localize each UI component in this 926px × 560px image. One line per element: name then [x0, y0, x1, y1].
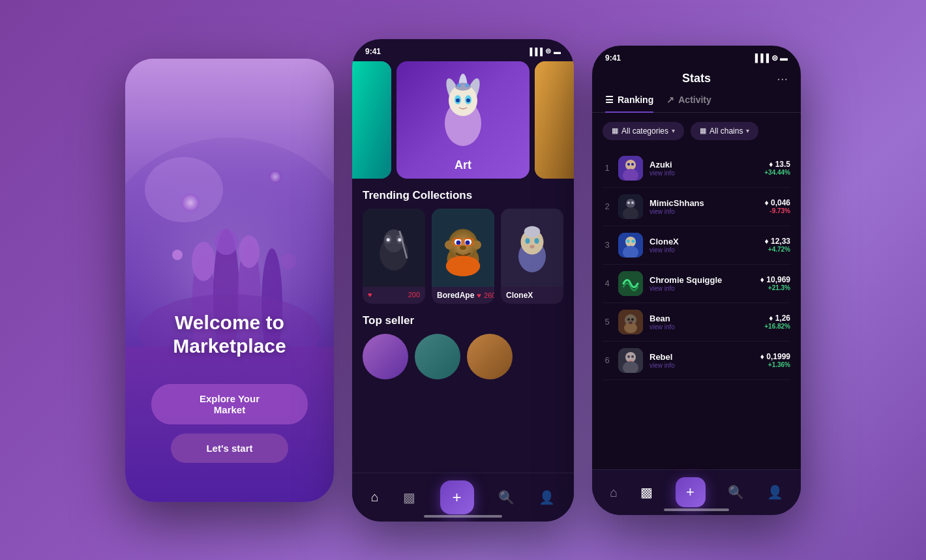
top-seller-title: Top seller [352, 304, 574, 334]
svg-rect-27 [535, 61, 574, 179]
stats-chart-icon[interactable]: ▩ [640, 484, 653, 500]
clonex-avatar [618, 233, 643, 258]
trending-label-1: ♥ 200 [363, 287, 425, 302]
add-nav-button[interactable]: + [440, 480, 474, 514]
svg-point-11 [280, 254, 296, 269]
trending-card-boredape[interactable]: BoredApe ♥ 260 [432, 209, 494, 304]
tab-activity[interactable]: ↗ Activity [666, 95, 711, 112]
svg-point-50 [526, 238, 530, 244]
stats-title: Stats [682, 72, 711, 85]
chains-grid-icon: ▦ [700, 126, 706, 135]
stats-time: 9:41 [605, 53, 621, 63]
stats-add-button[interactable]: + [676, 477, 706, 507]
svg-point-58 [631, 163, 634, 166]
more-options-button[interactable]: ··· [777, 71, 788, 86]
time-display: 9:41 [365, 47, 381, 56]
rank-info-2: MimicShhans view info [650, 198, 758, 215]
svg-point-24 [455, 83, 471, 91]
rank-item-4[interactable]: 4 Chromie Squiggle view info ♦ 10,969 +2… [603, 265, 790, 303]
browse-content: Art Trending Collections [352, 61, 574, 438]
ranking-list: 1 Azuki view info ♦ 13.5 +34.44% [592, 149, 801, 380]
svg-point-67 [627, 239, 630, 243]
rank-price-3: ♦ 12,33 +4.72% [765, 237, 791, 253]
explore-market-button[interactable]: Explore Your Market [151, 384, 308, 424]
grid-icon: ▦ [612, 126, 618, 135]
stats-wifi-icon: ⊜ [771, 53, 778, 63]
left-hero-card [352, 61, 391, 179]
svg-point-52 [530, 244, 535, 248]
svg-point-60 [626, 199, 635, 208]
svg-point-26 [465, 83, 469, 87]
rank-price-2: ♦ 0,046 -9.73% [765, 198, 791, 214]
trending-grid: ♥ 200 [352, 209, 574, 304]
svg-point-13 [145, 157, 223, 222]
trending-img-1 [363, 209, 425, 287]
home-indicator [424, 515, 502, 518]
mimic-avatar [618, 194, 643, 219]
rank-item-6[interactable]: 6 Rebel view info ♦ 0,1999 +1.36% [603, 342, 790, 380]
stats-home-icon[interactable]: ⌂ [610, 485, 618, 500]
stats-nav-icon[interactable]: ▩ [403, 490, 415, 505]
categories-chevron: ▾ [672, 127, 675, 134]
svg-point-10 [172, 250, 183, 260]
svg-point-22 [456, 98, 460, 102]
svg-point-2 [192, 242, 215, 281]
main-hero-card[interactable]: Art [396, 61, 530, 179]
battery-icon: ▬ [554, 48, 561, 55]
svg-point-75 [629, 321, 633, 324]
rank-info-6: Rebel view info [650, 352, 754, 369]
stats-tabs: ☰ Ranking ↗ Activity [592, 85, 801, 113]
hero-character [430, 65, 496, 149]
rank-item-2[interactable]: 2 MimicShhans view info ♦ 0,046 -9.73% [603, 188, 790, 226]
status-bar: 9:41 ▐▐▐ ⊜ ▬ [352, 39, 574, 61]
bottom-nav: ⌂ ▩ + 🔍 👤 [352, 473, 574, 522]
stats-header: Stats ··· [592, 68, 801, 85]
trending-card-clonex[interactable]: CloneX [501, 209, 563, 304]
top-seller-row [352, 334, 574, 386]
lets-start-button[interactable]: Let's start [171, 434, 288, 463]
svg-point-25 [457, 83, 461, 87]
rank-item-3[interactable]: 3 CloneX view info ♦ 12,33 +4.72% [603, 226, 790, 265]
svg-point-23 [466, 98, 470, 102]
tab-ranking[interactable]: ☰ Ranking [605, 95, 653, 113]
home-nav-icon[interactable]: ⌂ [371, 490, 379, 505]
svg-point-79 [627, 355, 630, 358]
svg-point-73 [627, 318, 630, 321]
svg-point-4 [215, 229, 238, 255]
trending-title: Trending Collections [352, 179, 574, 209]
seller-avatar-3 [467, 334, 513, 379]
search-nav-icon[interactable]: 🔍 [498, 490, 515, 505]
bean-avatar [618, 310, 643, 334]
categories-filter[interactable]: ▦ All categories ▾ [603, 122, 684, 140]
stats-signal-icon: ▐▐▐ [753, 53, 769, 63]
trending-label-clonex: CloneX [501, 287, 563, 304]
svg-point-62 [627, 201, 630, 204]
azuki-avatar [618, 156, 643, 181]
trending-img-2 [432, 209, 494, 287]
svg-point-72 [624, 323, 637, 333]
chains-filter[interactable]: ▦ All chains ▾ [691, 122, 758, 140]
trending-img-3 [501, 209, 563, 287]
rank-item-1[interactable]: 1 Azuki view info ♦ 13.5 +34.44% [603, 149, 790, 188]
svg-point-6 [239, 235, 260, 268]
activity-tab-icon: ↗ [666, 95, 674, 105]
right-hero-card [535, 61, 574, 179]
trending-card-1[interactable]: ♥ 200 [363, 209, 425, 304]
stats-search-icon[interactable]: 🔍 [728, 484, 744, 500]
phone-stats: 9:41 ▐▐▐ ⊜ ▬ Stats ··· ☰ Ranking ↗ Activ… [592, 46, 801, 515]
chromie-avatar [618, 271, 643, 296]
welcome-text-area: Welcome to Marketplace [173, 311, 286, 358]
profile-nav-icon[interactable]: 👤 [539, 490, 555, 505]
wifi-icon: ⊜ [545, 47, 551, 55]
rank-item-5[interactable]: 5 Bean view info ♦ 1,26 +16.82% [603, 303, 790, 342]
trending-label-boredape: BoredApe ♥ 260 [432, 287, 494, 304]
svg-point-74 [631, 318, 634, 321]
rank-info-4: Chromie Squiggle view info [650, 275, 754, 292]
svg-point-53 [524, 226, 541, 237]
stats-profile-icon[interactable]: 👤 [767, 484, 783, 500]
svg-point-32 [387, 238, 390, 241]
rank-price-5: ♦ 1,26 +16.82% [764, 314, 790, 330]
stats-battery-icon: ▬ [780, 53, 788, 63]
signal-icon: ▐▐▐ [528, 48, 543, 55]
svg-point-43 [460, 245, 467, 250]
